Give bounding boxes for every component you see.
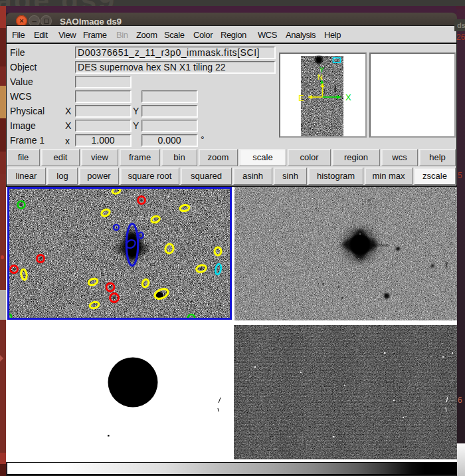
- svg-text:X: X: [345, 92, 351, 102]
- svg-text:E: E: [298, 93, 304, 103]
- svg-text:N: N: [318, 73, 323, 81]
